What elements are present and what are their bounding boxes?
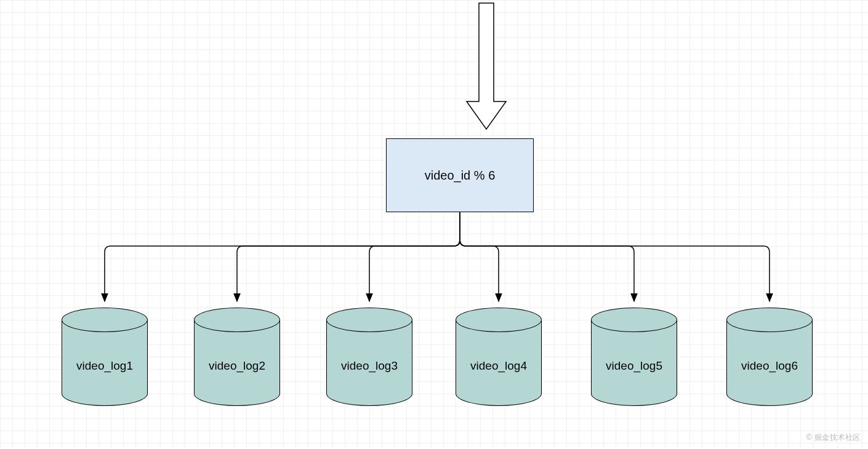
- connector-5: [460, 212, 634, 301]
- cylinder-top: [62, 308, 148, 332]
- cylinder-label: video_log1: [76, 359, 133, 373]
- cylinder-2: video_log2: [194, 308, 280, 406]
- cylinder-label: video_log3: [341, 359, 398, 373]
- cylinder-label: video_log2: [209, 359, 265, 373]
- cylinder-top: [726, 308, 813, 332]
- cylinder-body: video_log3: [326, 320, 412, 406]
- cylinder-top: [591, 308, 677, 332]
- cylinder-3: video_log3: [326, 308, 412, 406]
- cylinder-body: video_log2: [194, 320, 280, 406]
- cylinder-4: video_log4: [456, 308, 542, 406]
- cylinder-top: [456, 308, 542, 332]
- hash-box-label: video_id % 6: [425, 169, 496, 183]
- cylinder-top: [326, 308, 412, 332]
- cylinder-top: [194, 308, 280, 332]
- cylinder-body: video_log5: [591, 320, 677, 406]
- cylinder-label: video_log4: [470, 359, 527, 373]
- connector-1: [105, 212, 460, 301]
- input-arrow: [467, 3, 506, 129]
- watermark: © 掘金技术社区: [806, 432, 861, 443]
- cylinder-body: video_log6: [726, 320, 813, 406]
- connector-3: [369, 212, 460, 301]
- cylinder-body: video_log4: [456, 320, 542, 406]
- connector-2: [237, 212, 460, 301]
- cylinder-label: video_log5: [606, 359, 662, 373]
- hash-box: video_id % 6: [386, 138, 534, 212]
- connector-4: [460, 212, 499, 301]
- cylinder-6: video_log6: [726, 308, 813, 406]
- cylinder-5: video_log5: [591, 308, 677, 406]
- connector-6: [460, 212, 770, 301]
- cylinder-1: video_log1: [62, 308, 148, 406]
- diagram-canvas: video_id % 6 video_log1video_log2video_l…: [0, 0, 868, 449]
- cylinder-body: video_log1: [62, 320, 148, 406]
- cylinder-label: video_log6: [741, 359, 798, 373]
